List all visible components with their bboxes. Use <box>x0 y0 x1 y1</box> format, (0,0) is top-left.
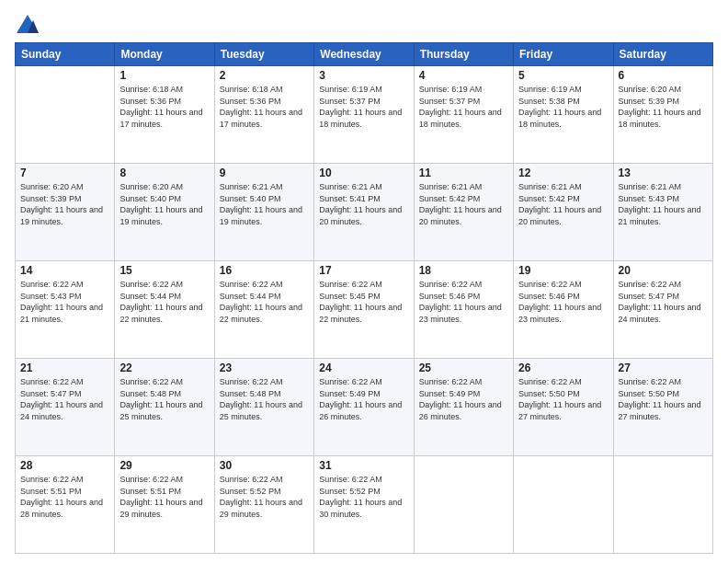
calendar-cell: 2Sunrise: 6:18 AMSunset: 5:36 PMDaylight… <box>214 66 313 164</box>
calendar-cell: 7Sunrise: 6:20 AMSunset: 5:39 PMDaylight… <box>16 164 115 261</box>
day-info: Sunrise: 6:22 AMSunset: 5:47 PMDaylight:… <box>20 376 109 422</box>
day-info: Sunrise: 6:21 AMSunset: 5:42 PMDaylight:… <box>518 181 608 227</box>
day-number: 18 <box>419 264 508 277</box>
header <box>15 9 713 39</box>
week-row-4: 21Sunrise: 6:22 AMSunset: 5:47 PMDayligh… <box>16 359 713 456</box>
day-number: 21 <box>20 362 109 374</box>
day-info: Sunrise: 6:20 AMSunset: 5:39 PMDaylight:… <box>619 84 708 130</box>
day-info: Sunrise: 6:22 AMSunset: 5:48 PMDaylight:… <box>119 376 209 422</box>
calendar-cell <box>414 456 513 554</box>
calendar-cell: 15Sunrise: 6:22 AMSunset: 5:44 PMDayligh… <box>115 261 214 359</box>
day-number: 10 <box>319 167 408 179</box>
day-number: 25 <box>419 362 508 374</box>
weekday-header-sunday: Sunday <box>16 43 115 66</box>
calendar-cell: 13Sunrise: 6:21 AMSunset: 5:43 PMDayligh… <box>613 164 712 261</box>
day-number: 22 <box>119 362 209 374</box>
day-info: Sunrise: 6:22 AMSunset: 5:50 PMDaylight:… <box>518 376 608 422</box>
day-info: Sunrise: 6:22 AMSunset: 5:52 PMDaylight:… <box>319 474 408 520</box>
day-number: 23 <box>220 362 309 374</box>
day-info: Sunrise: 6:19 AMSunset: 5:38 PMDaylight:… <box>518 84 608 130</box>
day-info: Sunrise: 6:20 AMSunset: 5:39 PMDaylight:… <box>20 181 109 227</box>
day-number: 2 <box>220 69 309 82</box>
day-number: 19 <box>518 264 608 277</box>
day-number: 28 <box>20 459 109 472</box>
logo <box>15 13 44 39</box>
calendar-cell: 5Sunrise: 6:19 AMSunset: 5:38 PMDaylight… <box>514 66 613 164</box>
week-row-1: 1Sunrise: 6:18 AMSunset: 5:36 PMDaylight… <box>16 66 713 164</box>
logo-icon <box>15 13 40 39</box>
calendar-cell: 30Sunrise: 6:22 AMSunset: 5:52 PMDayligh… <box>214 456 313 554</box>
calendar-cell: 1Sunrise: 6:18 AMSunset: 5:36 PMDaylight… <box>115 66 214 164</box>
weekday-header-row: SundayMondayTuesdayWednesdayThursdayFrid… <box>16 43 713 66</box>
day-info: Sunrise: 6:22 AMSunset: 5:43 PMDaylight:… <box>20 279 109 325</box>
calendar-table: SundayMondayTuesdayWednesdayThursdayFrid… <box>15 42 713 554</box>
calendar-cell: 27Sunrise: 6:22 AMSunset: 5:50 PMDayligh… <box>613 359 712 456</box>
day-info: Sunrise: 6:18 AMSunset: 5:36 PMDaylight:… <box>119 84 209 130</box>
day-info: Sunrise: 6:22 AMSunset: 5:47 PMDaylight:… <box>619 279 708 325</box>
weekday-header-saturday: Saturday <box>613 43 712 66</box>
calendar-cell: 23Sunrise: 6:22 AMSunset: 5:48 PMDayligh… <box>214 359 313 456</box>
day-info: Sunrise: 6:22 AMSunset: 5:46 PMDaylight:… <box>518 279 608 325</box>
day-info: Sunrise: 6:22 AMSunset: 5:52 PMDaylight:… <box>220 474 309 520</box>
day-number: 29 <box>119 459 209 472</box>
weekday-header-friday: Friday <box>514 43 613 66</box>
weekday-header-monday: Monday <box>115 43 214 66</box>
day-info: Sunrise: 6:22 AMSunset: 5:44 PMDaylight:… <box>119 279 209 325</box>
day-number: 4 <box>419 69 508 82</box>
day-number: 20 <box>619 264 708 277</box>
calendar-cell: 6Sunrise: 6:20 AMSunset: 5:39 PMDaylight… <box>613 66 712 164</box>
day-info: Sunrise: 6:21 AMSunset: 5:42 PMDaylight:… <box>419 181 508 227</box>
calendar-cell: 16Sunrise: 6:22 AMSunset: 5:44 PMDayligh… <box>214 261 313 359</box>
day-info: Sunrise: 6:22 AMSunset: 5:49 PMDaylight:… <box>419 376 508 422</box>
day-info: Sunrise: 6:22 AMSunset: 5:51 PMDaylight:… <box>119 474 209 520</box>
day-info: Sunrise: 6:22 AMSunset: 5:49 PMDaylight:… <box>319 376 408 422</box>
calendar-cell: 11Sunrise: 6:21 AMSunset: 5:42 PMDayligh… <box>414 164 513 261</box>
day-number: 3 <box>319 69 408 82</box>
day-number: 8 <box>119 167 209 179</box>
day-info: Sunrise: 6:22 AMSunset: 5:45 PMDaylight:… <box>319 279 408 325</box>
calendar-cell: 20Sunrise: 6:22 AMSunset: 5:47 PMDayligh… <box>613 261 712 359</box>
calendar-cell: 18Sunrise: 6:22 AMSunset: 5:46 PMDayligh… <box>414 261 513 359</box>
day-number: 6 <box>619 69 708 82</box>
calendar-cell: 17Sunrise: 6:22 AMSunset: 5:45 PMDayligh… <box>314 261 414 359</box>
day-info: Sunrise: 6:21 AMSunset: 5:43 PMDaylight:… <box>619 181 708 227</box>
day-number: 27 <box>619 362 708 374</box>
weekday-header-thursday: Thursday <box>414 43 513 66</box>
week-row-5: 28Sunrise: 6:22 AMSunset: 5:51 PMDayligh… <box>16 456 713 554</box>
day-number: 12 <box>518 167 608 179</box>
calendar-cell: 21Sunrise: 6:22 AMSunset: 5:47 PMDayligh… <box>16 359 115 456</box>
day-number: 15 <box>119 264 209 277</box>
calendar-cell: 10Sunrise: 6:21 AMSunset: 5:41 PMDayligh… <box>314 164 414 261</box>
day-number: 16 <box>220 264 309 277</box>
calendar-cell: 31Sunrise: 6:22 AMSunset: 5:52 PMDayligh… <box>314 456 414 554</box>
day-info: Sunrise: 6:21 AMSunset: 5:41 PMDaylight:… <box>319 181 408 227</box>
day-info: Sunrise: 6:19 AMSunset: 5:37 PMDaylight:… <box>419 84 508 130</box>
calendar-cell: 12Sunrise: 6:21 AMSunset: 5:42 PMDayligh… <box>514 164 613 261</box>
day-info: Sunrise: 6:22 AMSunset: 5:50 PMDaylight:… <box>619 376 708 422</box>
calendar-cell <box>16 66 115 164</box>
day-number: 13 <box>619 167 708 179</box>
weekday-header-wednesday: Wednesday <box>314 43 414 66</box>
page: SundayMondayTuesdayWednesdayThursdayFrid… <box>0 0 728 563</box>
day-number: 7 <box>20 167 109 179</box>
day-info: Sunrise: 6:18 AMSunset: 5:36 PMDaylight:… <box>220 84 309 130</box>
day-info: Sunrise: 6:22 AMSunset: 5:51 PMDaylight:… <box>20 474 109 520</box>
day-info: Sunrise: 6:22 AMSunset: 5:44 PMDaylight:… <box>220 279 309 325</box>
day-number: 24 <box>319 362 408 374</box>
calendar-cell <box>613 456 712 554</box>
day-info: Sunrise: 6:22 AMSunset: 5:46 PMDaylight:… <box>419 279 508 325</box>
day-number: 30 <box>220 459 309 472</box>
calendar-cell: 22Sunrise: 6:22 AMSunset: 5:48 PMDayligh… <box>115 359 214 456</box>
day-info: Sunrise: 6:19 AMSunset: 5:37 PMDaylight:… <box>319 84 408 130</box>
calendar-cell: 14Sunrise: 6:22 AMSunset: 5:43 PMDayligh… <box>16 261 115 359</box>
week-row-2: 7Sunrise: 6:20 AMSunset: 5:39 PMDaylight… <box>16 164 713 261</box>
calendar-cell: 3Sunrise: 6:19 AMSunset: 5:37 PMDaylight… <box>314 66 414 164</box>
day-number: 1 <box>119 69 209 82</box>
day-info: Sunrise: 6:22 AMSunset: 5:48 PMDaylight:… <box>220 376 309 422</box>
day-number: 11 <box>419 167 508 179</box>
calendar-cell: 19Sunrise: 6:22 AMSunset: 5:46 PMDayligh… <box>514 261 613 359</box>
day-number: 31 <box>319 459 408 472</box>
calendar-cell: 9Sunrise: 6:21 AMSunset: 5:40 PMDaylight… <box>214 164 313 261</box>
day-number: 9 <box>220 167 309 179</box>
day-info: Sunrise: 6:21 AMSunset: 5:40 PMDaylight:… <box>220 181 309 227</box>
